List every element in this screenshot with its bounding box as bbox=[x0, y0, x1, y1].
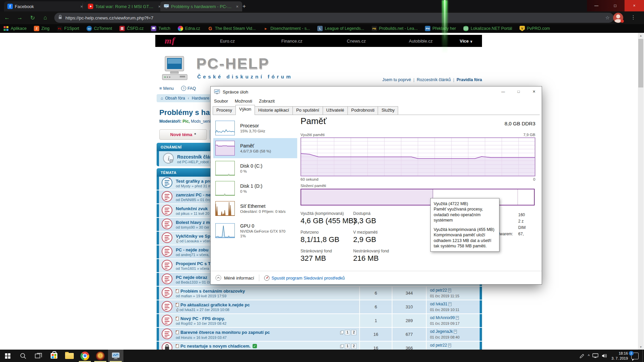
mf-nav-autobible[interactable]: Autobible.cz bbox=[388, 39, 453, 44]
browser-menu-icon[interactable]: ⋮ bbox=[631, 14, 636, 20]
tray-display-icon[interactable] bbox=[592, 353, 598, 358]
home-icon[interactable]: ⌂ bbox=[40, 13, 51, 23]
mf-nav-cnews[interactable]: Cnews.cz bbox=[324, 39, 388, 44]
tab-users[interactable]: Uživatelé bbox=[323, 106, 348, 115]
last-post-cell[interactable]: od JegenaJk 01 črc 2019 08:40 bbox=[426, 328, 480, 341]
sidebar-item-disk1[interactable]: Disk 1 (D:)0 % bbox=[213, 178, 297, 198]
bookmark-zing[interactable]: ZZing bbox=[34, 26, 49, 31]
start-button[interactable] bbox=[0, 350, 15, 362]
tm-title-bar[interactable]: Správce úloh — □ × bbox=[211, 86, 542, 97]
page-link[interactable]: 2 bbox=[351, 330, 357, 335]
tab-pc-help[interactable]: Problémy s hardwarem - PC-HEL × bbox=[160, 1, 242, 11]
task-view-icon[interactable] bbox=[31, 350, 46, 362]
bookmark-preklady-her[interactable]: PHPřeklady her bbox=[425, 26, 456, 31]
bookmark-aplikace[interactable]: Aplikace bbox=[3, 26, 26, 31]
sidebar-item-memory[interactable]: Paměť4,6/7,9 GB (58 %) bbox=[213, 138, 297, 158]
bookmark-f1sport[interactable]: F1F1Sport bbox=[57, 26, 79, 31]
last-post-cell[interactable]: od petr22 01 črc 2019 11:15 bbox=[426, 287, 480, 300]
search-icon[interactable] bbox=[15, 350, 31, 362]
tray-volume-icon[interactable] bbox=[601, 353, 607, 358]
memory-composition-bar[interactable] bbox=[301, 189, 535, 205]
browser-minimize-button[interactable]: — bbox=[587, 0, 606, 11]
taskbar-clock[interactable]: 18:16 3. 7. 2019 bbox=[611, 351, 628, 361]
tm-close-button[interactable]: × bbox=[526, 86, 542, 97]
scroll-up-icon[interactable]: ▲ bbox=[638, 33, 644, 38]
tab-app-history[interactable]: Historie aplikací bbox=[255, 106, 293, 115]
forum-menu-link[interactable]: Menu bbox=[163, 86, 174, 91]
table-row[interactable]: Nový PC - FPS dropy. od Rogi92 » 10 čer … bbox=[157, 314, 482, 327]
show-desktop-button[interactable] bbox=[642, 350, 644, 362]
action-center-icon[interactable]: 2 bbox=[631, 353, 639, 359]
topic-title[interactable]: Problém s černáním obrazovky bbox=[180, 289, 245, 294]
last-post-cell[interactable]: od MrAnnix99 01 črc 2019 09:17 bbox=[426, 314, 480, 327]
sidebar-item-gpu[interactable]: GPU 0NVIDIA GeForce GTX 9701% bbox=[213, 219, 297, 243]
moderator-link[interactable]: Pic, bbox=[182, 119, 190, 124]
tab-close-icon[interactable]: × bbox=[79, 4, 84, 9]
pen-icon[interactable] bbox=[580, 353, 585, 359]
bookmark-lokalizace[interactable]: Lokalizace.NET Portál bbox=[463, 26, 512, 31]
tab-performance[interactable]: Výkon bbox=[235, 105, 255, 115]
browser-maximize-button[interactable]: □ bbox=[606, 0, 625, 11]
mf-nav-finance[interactable]: Finance.cz bbox=[260, 39, 324, 44]
address-bar[interactable]: https://pc-help.cnews.cz/viewforum.php?f… bbox=[54, 13, 614, 23]
topic-title[interactable]: Pc nestartuje s novym chladicem. bbox=[180, 344, 251, 349]
scroll-down-icon[interactable]: ▼ bbox=[638, 344, 644, 350]
forum-logo-title[interactable]: PC-HELP bbox=[196, 55, 270, 72]
table-row[interactable]: Barevné čtverce na monitoru po zapnutí p… bbox=[157, 328, 482, 341]
tab-processes[interactable]: Procesy bbox=[213, 106, 236, 115]
bookmark-probuilds[interactable]: PBProbuilds.net - Lea... bbox=[372, 26, 418, 31]
bookmark-star-icon[interactable]: ☆ bbox=[605, 15, 610, 21]
tm-maximize-button[interactable]: □ bbox=[511, 86, 526, 97]
link-forum-rules[interactable]: Pravidla fóra bbox=[457, 77, 482, 82]
bookmark-league[interactable]: LLeague of Legends... bbox=[317, 26, 364, 31]
fewer-details-button[interactable]: Méně informací bbox=[215, 275, 254, 281]
menu-file[interactable]: Soubor bbox=[211, 97, 231, 105]
link-article-index[interactable]: Rozcestník článků bbox=[417, 77, 451, 82]
hidden-icons-chevron[interactable]: ^ bbox=[588, 354, 590, 358]
page-link[interactable]: 1 bbox=[345, 344, 350, 349]
mf-logo[interactable]: mf bbox=[165, 36, 175, 46]
sidebar-item-cpu[interactable]: Procesor15% 3,70 GHz bbox=[213, 118, 297, 138]
back-icon[interactable]: ← bbox=[1, 13, 13, 23]
topic-title[interactable]: Po aktualizaci graficke k.nejde pc bbox=[180, 302, 250, 307]
link-first-time[interactable]: Jsem tu poprvé bbox=[382, 77, 411, 82]
bookmark-disenchantment[interactable]: ▸Disenchantment - s... bbox=[263, 26, 310, 31]
new-topic-button[interactable]: Nové téma * bbox=[159, 129, 207, 140]
bookmark-twitch[interactable]: Twitch bbox=[151, 26, 170, 31]
store-icon[interactable] bbox=[46, 350, 62, 362]
bookmark-csfd[interactable]: ČSFD.cz bbox=[119, 26, 144, 31]
new-tab-button[interactable]: + bbox=[240, 2, 248, 10]
bookmark-cztorrent[interactable]: czCzTorrent bbox=[87, 26, 112, 31]
moderator-link[interactable]: Mods_senio bbox=[191, 119, 213, 124]
reload-icon[interactable]: ↻ bbox=[27, 13, 38, 23]
bookmark-pvpro[interactable]: VPvPRO.com bbox=[520, 26, 550, 31]
open-resource-monitor-link[interactable]: Spustit program Sledování prostředků bbox=[264, 275, 345, 281]
scrollbar-thumb[interactable] bbox=[638, 39, 643, 87]
file-explorer-icon[interactable] bbox=[62, 350, 77, 362]
pc-help-logo-icon[interactable] bbox=[160, 56, 193, 83]
sidebar-item-disk0[interactable]: Disk 0 (C:)0 % bbox=[213, 158, 297, 178]
last-post-cell[interactable]: od Ivka31 01 črc 2019 10:11 bbox=[426, 300, 480, 313]
browser-close-button[interactable]: × bbox=[625, 0, 644, 11]
task-manager-taskbar-icon[interactable] bbox=[108, 350, 123, 362]
tab-facebook[interactable]: f Facebook × bbox=[4, 1, 87, 11]
page-link[interactable]: 1 bbox=[345, 330, 350, 335]
tab-startup[interactable]: Po spuštění bbox=[292, 106, 323, 115]
sidebar-item-network[interactable]: Síť EthernetOdesílání: 0 Příjem: 0 kb/s bbox=[213, 198, 297, 219]
menu-view[interactable]: Zobrazit bbox=[256, 97, 278, 105]
tab-close-icon[interactable]: × bbox=[235, 4, 239, 9]
page-link[interactable]: 2 bbox=[351, 344, 357, 349]
breadcrumb-board-index[interactable]: Obsah fóra bbox=[165, 96, 185, 101]
tab-services[interactable]: Služby bbox=[378, 106, 398, 115]
page-scrollbar[interactable]: ▲ ▼ bbox=[638, 33, 644, 350]
table-row[interactable]: Po aktualizaci graficke k.nejde pc od Iv… bbox=[157, 300, 482, 313]
tab-youtube[interactable]: Total war: Rome 2 I MSI GTX 970 × bbox=[85, 1, 164, 11]
breadcrumb-hardware[interactable]: Hardware bbox=[192, 96, 209, 101]
game-icon[interactable] bbox=[93, 350, 108, 362]
mf-nav-more[interactable]: Více ∨ bbox=[460, 39, 473, 44]
tab-details[interactable]: Podrobnosti bbox=[347, 106, 378, 115]
topic-title[interactable]: Barevné čtverce na monitoru po zapnutí p… bbox=[180, 330, 270, 335]
chrome-icon[interactable] bbox=[77, 350, 93, 362]
topic-title[interactable]: Nový PC - FPS dropy. bbox=[180, 316, 225, 321]
table-row[interactable]: Problém s černáním obrazovky od mafian »… bbox=[157, 287, 482, 300]
